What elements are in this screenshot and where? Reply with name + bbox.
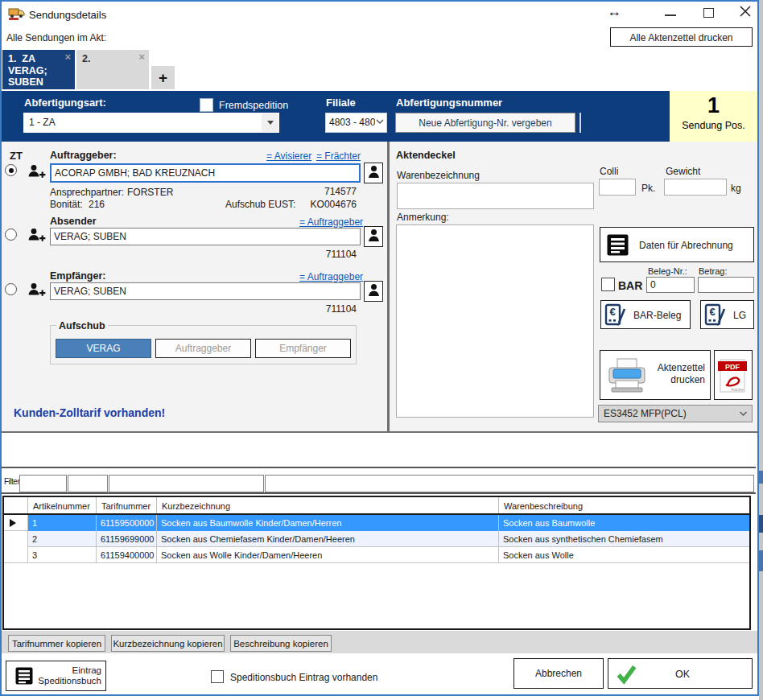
- tab-close-icon[interactable]: ×: [138, 51, 145, 63]
- close-button[interactable]: [737, 3, 753, 22]
- aufschub-eust-value: KO004676: [280, 199, 357, 210]
- auftraggeber-number: 714577: [280, 186, 357, 197]
- shipments-label: Alle Sendungen im Akt:: [6, 32, 106, 43]
- fremdspedition-label: Fremdspedition: [219, 100, 288, 111]
- svg-text:Adobe: Adobe: [731, 387, 744, 392]
- maximize-button[interactable]: [703, 8, 714, 18]
- avisierer-link[interactable]: = Avisierer: [266, 150, 311, 162]
- empfaenger-radio[interactable]: [5, 283, 17, 295]
- app-icon: [8, 6, 26, 23]
- table-row[interactable]: 2 61159699000 Socken aus Chemiefasem Kin…: [4, 531, 749, 547]
- auftraggeber-person-button[interactable]: [364, 163, 383, 183]
- empfaenger-auftraggeber-link[interactable]: = Auftraggeber: [299, 271, 363, 282]
- auftraggeber-input[interactable]: [50, 163, 361, 183]
- absender-person-button[interactable]: [364, 226, 383, 247]
- colli-label: Colli: [600, 166, 618, 177]
- neue-abfertigung-nr-button[interactable]: Neue Abfertigung-Nr. vergeben: [395, 113, 575, 133]
- aktenzettel-drucken-button[interactable]: Aktenzettel drucken: [600, 350, 711, 400]
- eintrag-speditionsbuch-button[interactable]: Eintrag Speditionsbuch: [6, 661, 106, 691]
- tab-close-icon[interactable]: ×: [64, 51, 71, 63]
- filter-input-warenbeschreibung[interactable]: [265, 475, 754, 492]
- bar-checkbox[interactable]: [601, 278, 615, 291]
- auftraggeber-label: Auftraggeber:: [50, 150, 117, 161]
- copy-beschreibung-button[interactable]: Beschreibung kopieren: [230, 635, 332, 652]
- aktendeckel-title: Aktendeckel: [396, 150, 456, 161]
- empfaenger-label: Empfänger:: [50, 270, 105, 282]
- copy-kurzbezeichnung-button[interactable]: Kurzbezeichnung kopieren: [111, 635, 225, 652]
- aufschub-auftraggeber-button[interactable]: Auftraggeber: [155, 339, 251, 358]
- bar-beleg-button[interactable]: € BAR-Beleg: [600, 300, 691, 329]
- empfaenger-person-button[interactable]: [364, 281, 383, 302]
- betrag-input[interactable]: [698, 277, 754, 293]
- lg-button[interactable]: € LG: [700, 300, 754, 329]
- row-selector-cell[interactable]: [4, 531, 28, 547]
- window-title: Sendungsdetails: [29, 9, 106, 21]
- absender-input[interactable]: [50, 228, 361, 245]
- svg-text:€: €: [709, 306, 715, 318]
- abfertigungsart-select[interactable]: 1 - ZA: [23, 113, 279, 133]
- empfaenger-input[interactable]: [50, 282, 361, 300]
- abfertigungsart-label: Abfertigungsart:: [24, 97, 106, 109]
- printer-select[interactable]: ES3452 MFP(PCL): [598, 405, 753, 422]
- beleg-nr-input[interactable]: [646, 277, 695, 293]
- col-warenbeschreibung[interactable]: Warenbeschreibung: [499, 497, 749, 513]
- colli-input[interactable]: [599, 179, 636, 196]
- filiale-label: Filiale: [326, 97, 356, 109]
- filter-input-artikelnummer[interactable]: [19, 475, 67, 492]
- person-add-icon[interactable]: [27, 282, 46, 302]
- warenbezeichnung-input[interactable]: [397, 183, 594, 209]
- pdf-button[interactable]: PDF Adobe: [714, 350, 753, 400]
- ok-button[interactable]: OK: [608, 658, 753, 689]
- gewicht-unit: kg: [731, 183, 741, 194]
- copy-tarifnummer-button[interactable]: Tarifnummer kopieren: [8, 635, 105, 652]
- svg-text:€: €: [609, 306, 615, 318]
- col-artikelnummer[interactable]: Artikelnummer: [28, 497, 97, 513]
- current-row-arrow-icon: [10, 519, 16, 527]
- absender-radio[interactable]: [5, 229, 17, 241]
- print-all-aktenzettel-button[interactable]: Alle Aktenzettel drucken: [610, 27, 753, 47]
- cancel-button[interactable]: Abbrechen: [513, 658, 604, 689]
- sendung-pos-box: 1 Sendung Pos.: [670, 91, 757, 142]
- absender-label: Absender: [50, 216, 97, 227]
- table-header-row: Artikelnummer Tarifnummer Kurzbezeichnun…: [4, 497, 749, 515]
- table-row[interactable]: 3 61159400000 Socken aus Wolle Kinder/Da…: [4, 547, 749, 563]
- row-selector-cell[interactable]: [4, 547, 28, 563]
- col-kurzbezeichnung[interactable]: Kurzbezeichnung: [157, 497, 499, 513]
- empfaenger-number: 711104: [280, 303, 357, 315]
- euro-receipt-icon: €: [704, 303, 727, 330]
- resize-icon[interactable]: ↔: [607, 3, 621, 20]
- absender-auftraggeber-link[interactable]: = Auftraggeber: [299, 216, 363, 228]
- filter-input-tarifnummer[interactable]: [68, 475, 108, 492]
- printer-icon: [607, 358, 647, 396]
- speditionsbuch-checkbox[interactable]: [211, 670, 224, 683]
- person-add-icon[interactable]: [27, 227, 46, 247]
- tab-shipment-2[interactable]: 2. ×: [76, 50, 149, 89]
- add-tab-button[interactable]: +: [151, 66, 175, 89]
- panel-divider-horizontal: [2, 431, 757, 433]
- auftraggeber-radio[interactable]: [5, 164, 17, 176]
- daten-abrechnung-button[interactable]: Daten für Abrechnung: [600, 227, 754, 262]
- minimize-button[interactable]: [665, 14, 676, 16]
- tab-shipment-1[interactable]: 1. ZA × VERAG; SUBEN: [2, 50, 75, 89]
- fremdspedition-checkbox[interactable]: [200, 98, 213, 112]
- aufschub-empfaenger-button[interactable]: Empfänger: [255, 339, 351, 358]
- filiale-select[interactable]: 4803 - 480: [325, 113, 387, 133]
- filter-input-kurzbezeichnung[interactable]: [109, 475, 264, 492]
- zt-label: ZT: [10, 150, 23, 162]
- check-icon: [615, 663, 637, 688]
- person-icon: [368, 283, 380, 299]
- chevron-down-icon: [738, 408, 749, 422]
- col-tarifnummer[interactable]: Tarifnummer: [97, 497, 157, 513]
- person-add-icon[interactable]: [27, 163, 46, 183]
- absender-number: 711104: [280, 249, 357, 260]
- bonitaet-label: Bonität:: [50, 199, 83, 210]
- fraechter-link[interactable]: = Frächter: [316, 150, 361, 162]
- aufschub-verag-button[interactable]: VERAG: [56, 339, 151, 358]
- positions-table: Artikelnummer Tarifnummer Kurzbezeichnun…: [2, 496, 751, 630]
- separator: [579, 113, 581, 133]
- zolltarif-notice: Kunden-Zolltarif vorhanden!: [14, 406, 165, 419]
- table-row[interactable]: 1 61159500000 Socken aus Baumwolle Kinde…: [4, 515, 749, 531]
- anmerkung-textarea[interactable]: [396, 224, 594, 418]
- row-selector-cell[interactable]: [4, 515, 28, 531]
- gewicht-input[interactable]: [664, 179, 727, 196]
